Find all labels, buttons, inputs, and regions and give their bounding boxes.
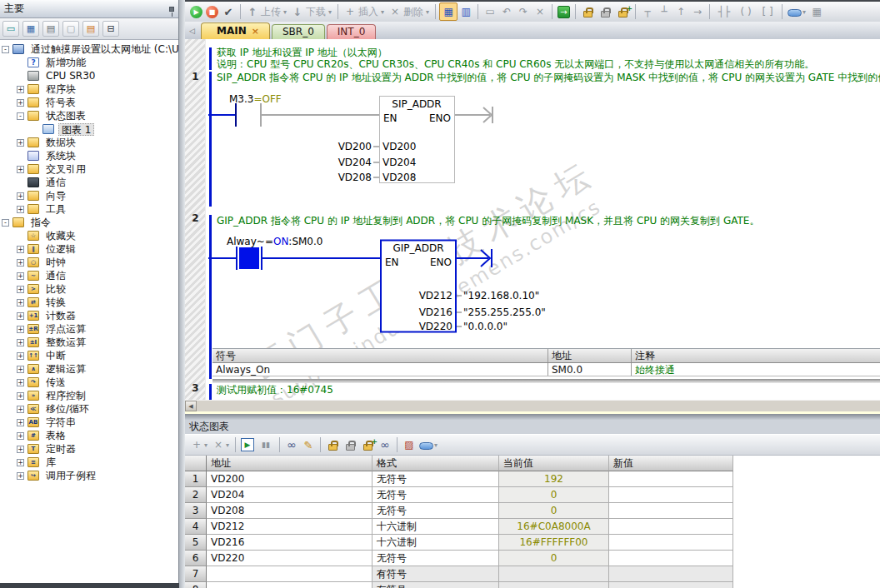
tree-item-floating-point[interactable]: +±R浮点运算 (0, 322, 178, 336)
address-cell[interactable]: VD212 (207, 519, 372, 535)
output-pin[interactable]: VD220 (419, 321, 452, 332)
force-new-button[interactable] (359, 436, 377, 454)
tree-item-call-subroutine[interactable]: +↪调用子例程 (0, 469, 178, 482)
tree-item-bit-logic[interactable]: +‖位逻辑 (0, 242, 178, 256)
format-cell[interactable]: 十六进制 (372, 535, 499, 551)
tree-expander-icon[interactable]: + (17, 312, 24, 320)
tree-expander-icon[interactable]: - (2, 46, 9, 53)
run-button[interactable]: ▶ (188, 2, 204, 21)
network1-ladder[interactable]: M3.3=OFF SIP_ADDR EN ENO VD200 VD200 VD2… (208, 86, 558, 192)
system-block-icon[interactable]: ▢ (62, 21, 79, 37)
tree-item-integer-math[interactable]: +±I整数运算 (0, 336, 178, 349)
format-header[interactable]: 格式 (372, 456, 499, 471)
tree-item-move[interactable]: +↷传送 (0, 376, 178, 389)
tree-item-label[interactable]: 程序控制 (43, 390, 88, 402)
tree-expander-icon[interactable]: + (17, 299, 24, 306)
bookmark-clear-button[interactable]: × (532, 2, 548, 21)
tree-item-label[interactable]: 转换 (43, 296, 68, 309)
force-new-button[interactable] (614, 2, 632, 21)
input-operand[interactable]: VD204 (382, 157, 416, 168)
delete-row-button[interactable]: ×▾ (210, 436, 232, 454)
new-value-cell[interactable] (609, 566, 733, 582)
tree-item-favorites[interactable]: ☆收藏夹 (0, 229, 178, 242)
chevron-down-icon[interactable]: ▾ (328, 8, 332, 16)
tree-expander-icon[interactable]: + (17, 99, 24, 107)
format-cell[interactable]: 无符号 (372, 503, 499, 519)
tree-expander-icon[interactable]: + (17, 326, 24, 333)
tree-expander-icon[interactable]: - (2, 219, 9, 227)
horizontal-scrollbar[interactable]: ◀ (185, 400, 880, 411)
insert-row-button[interactable]: +▾ (188, 436, 210, 454)
chevron-down-icon[interactable]: ▾ (425, 8, 430, 16)
address-cell[interactable] (207, 582, 372, 588)
new-value-cell[interactable] (609, 551, 733, 566)
address-cell[interactable]: VD200 (207, 471, 372, 487)
tree-item-label[interactable]: 工具 (43, 203, 68, 216)
chevron-down-icon[interactable]: ▾ (203, 441, 208, 449)
tree-expander-icon[interactable]: + (17, 459, 24, 466)
tree-item-label[interactable]: 状态图表 (43, 110, 88, 122)
tree-item-label[interactable]: 符号表 (43, 97, 78, 109)
close-icon[interactable]: × (252, 23, 259, 39)
program-comment-line1[interactable]: 获取 IP 地址和设置 IP 地址（以太网） (217, 47, 388, 58)
tree-item-label[interactable]: 字符串 (43, 416, 78, 429)
tree-item-label[interactable]: 收藏夹 (43, 230, 78, 242)
tree-item-label[interactable]: 数据块 (43, 137, 78, 149)
current-value-header[interactable]: 当前值 (499, 456, 609, 471)
tree-item-label[interactable]: 通信 (43, 270, 68, 282)
tree-item-status-chart[interactable]: -状态图表 (0, 109, 178, 122)
tree-expander-icon[interactable]: + (17, 352, 24, 360)
tree-item-label[interactable]: 交叉引用 (43, 163, 88, 176)
symbol-table-icon[interactable]: ▭ (2, 21, 19, 37)
address-header[interactable]: 地址 (207, 456, 372, 471)
force-button[interactable] (579, 2, 597, 21)
tree-item-program-control[interactable]: +»程序控制 (0, 389, 178, 402)
new-value-header[interactable]: 新值 (609, 456, 733, 471)
gip-addr-box[interactable] (381, 241, 456, 332)
program-status-button[interactable]: ▦ (439, 2, 458, 21)
address-cell[interactable]: VD208 (207, 503, 372, 519)
tree-item-interrupt[interactable]: +↑↑中断 (0, 349, 178, 362)
status-chart-panel-title[interactable]: 状态图表 (185, 420, 880, 434)
insert-line-up-button[interactable]: ↑ (672, 2, 689, 21)
tree-item-label[interactable]: 位逻辑 (43, 243, 78, 256)
tree-item-label[interactable]: CPU SR30 (43, 70, 98, 82)
input-operand[interactable]: VD208 (382, 172, 416, 183)
tree-item-label[interactable]: 中断 (43, 350, 68, 362)
tree-item-label[interactable]: 计数器 (43, 310, 78, 322)
tree-item-label[interactable]: 通信 (43, 177, 68, 189)
tree-expander-icon[interactable]: - (17, 112, 24, 120)
network3-comment[interactable]: 测试用赋初值：16#0745 (217, 384, 333, 396)
format-cell[interactable]: 有符号 (372, 566, 499, 582)
tree-item-clock[interactable]: +○时钟 (0, 256, 178, 269)
format-cell[interactable]: 有符号 (372, 582, 499, 588)
chevron-down-icon[interactable]: ▾ (225, 441, 230, 449)
insert-contact-button[interactable]: ┤├ (713, 2, 735, 21)
tree-item-table[interactable]: +#表格 (0, 429, 178, 442)
panel-splitter[interactable] (179, 0, 185, 588)
cross-reference-icon[interactable]: ▤ (82, 21, 99, 37)
write-all-button[interactable]: ✎ (300, 436, 317, 454)
format-cell[interactable]: 无符号 (372, 551, 499, 566)
tree-item-cpu[interactable]: CPU SR30 (0, 69, 178, 82)
tree-expander-icon[interactable]: + (17, 366, 24, 373)
network1-comment[interactable]: SIP_ADDR 指令将 CPU 的 IP 地址设置为 ADDR 中找到的值，将… (217, 72, 880, 83)
tree-item-system-block[interactable]: 系统块 (0, 149, 178, 162)
ladder-editor[interactable]: 1 2 3 西门子工业 技术论坛 support.industry.siemen… (185, 39, 880, 400)
tree-item-label[interactable]: 通过触摸屏设置以太网地址 (C:\Us (28, 43, 178, 56)
insert-branch-up-button[interactable]: ┴ (656, 2, 672, 21)
format-cell[interactable]: 十六进制 (372, 519, 499, 535)
tree-item-chart-1[interactable]: 图表 1 (0, 122, 178, 136)
insert-coil-button[interactable]: ( ) (735, 2, 757, 21)
force-button[interactable] (324, 436, 342, 454)
tab-main[interactable]: MAIN× (201, 22, 270, 39)
bookmark-previous-button[interactable]: ↶ (498, 2, 515, 21)
address-tag-button[interactable]: ▾ (786, 2, 808, 21)
chevron-down-icon[interactable]: ▾ (802, 8, 807, 16)
tree-item-label[interactable]: 向导 (43, 190, 68, 202)
unforce-button[interactable] (342, 436, 359, 454)
address-tag-button[interactable]: ▾ (418, 436, 440, 454)
chart-status-pause-button[interactable]: ▮▮ (256, 436, 276, 454)
network2-comment[interactable]: GIP_ADDR 指令将 CPU 的 IP 地址复制到 ADDR，将 CPU 的… (217, 215, 759, 227)
insert-branch-down-button[interactable]: ┬ (639, 2, 656, 21)
